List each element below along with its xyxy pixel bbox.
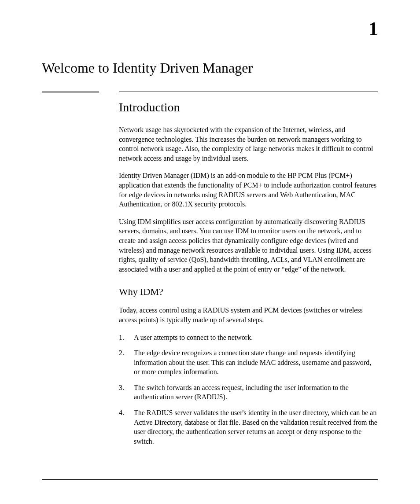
paragraph: Today, access control using a RADIUS sys… — [119, 305, 378, 324]
chapter-title: Welcome to Identity Driven Manager — [42, 60, 378, 76]
subsection-title: Why IDM? — [119, 286, 378, 298]
list-item: 4. The RADIUS server validates the user'… — [119, 408, 378, 446]
list-item: 2. The edge device recognizes a connecti… — [119, 348, 378, 377]
paragraph: Using IDM simplifies user access configu… — [119, 217, 378, 274]
list-text: A user attempts to connect to the networ… — [134, 333, 378, 342]
paragraph: Network usage has skyrocketed with the e… — [119, 125, 378, 163]
list-text: The edge device recognizes a connection … — [134, 348, 378, 377]
content-column: Introduction Network usage has skyrocket… — [119, 100, 378, 446]
ordered-list: 1. A user attempts to connect to the net… — [119, 333, 378, 446]
list-text: The switch forwards an access request, i… — [134, 383, 378, 402]
list-item: 3. The switch forwards an access request… — [119, 383, 378, 402]
title-rule — [42, 92, 378, 92]
footer-rule — [42, 479, 378, 480]
chapter-number: 1 — [42, 18, 378, 40]
section-title: Introduction — [119, 100, 378, 114]
list-text: The RADIUS server validates the user's i… — [134, 408, 378, 446]
list-number: 2. — [119, 348, 134, 377]
list-number: 3. — [119, 383, 134, 402]
list-number: 4. — [119, 408, 134, 446]
list-item: 1. A user attempts to connect to the net… — [119, 333, 378, 342]
paragraph: Identity Driven Manager (IDM) is an add-… — [119, 171, 378, 209]
list-number: 1. — [119, 333, 134, 342]
